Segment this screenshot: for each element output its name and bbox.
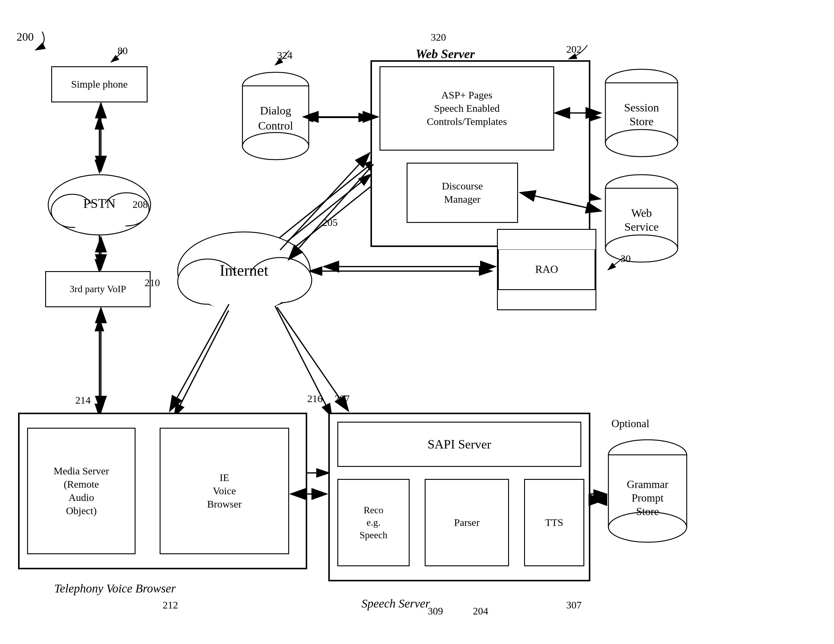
- svg-text:Control: Control: [258, 119, 293, 132]
- svg-text:Prompt: Prompt: [632, 492, 664, 504]
- simple-phone-box: Simple phone: [51, 66, 147, 102]
- ref-307: 307: [566, 599, 582, 611]
- parser-box: Parser: [425, 479, 509, 566]
- ref-212: 212: [163, 599, 178, 611]
- sapi-server-label: SAPI Server: [427, 436, 491, 453]
- svg-text:Grammar: Grammar: [627, 478, 668, 490]
- tts-label: TTS: [545, 516, 563, 529]
- web-service-cylinder: Web Service: [602, 172, 681, 265]
- optional-label: Optional: [611, 417, 650, 430]
- svg-text:Service: Service: [624, 220, 659, 233]
- internet-cloud: Internet: [169, 223, 319, 319]
- ie-voice-browser-box: IE Voice Browser: [160, 428, 289, 554]
- discourse-manager-box: Discourse Manager: [407, 163, 518, 223]
- ref-30-arrow: [605, 254, 627, 273]
- discourse-manager-label: Discourse Manager: [442, 180, 483, 206]
- ref-204: 204: [473, 605, 488, 617]
- svg-text:Internet: Internet: [220, 262, 268, 279]
- reco-box: Reco e.g. Speech: [337, 479, 410, 566]
- ref-208: 208: [133, 199, 148, 210]
- svg-line-58: [170, 304, 229, 410]
- simple-phone-label: Simple phone: [71, 78, 128, 91]
- svg-text:Store: Store: [629, 115, 654, 128]
- ie-voice-browser-label: IE Voice Browser: [207, 471, 242, 511]
- ref-320: 320: [431, 32, 446, 43]
- parser-label: Parser: [454, 516, 480, 529]
- diagram-container: 200 Simple phone 80 PSTN 208 3rd party V…: [0, 0, 834, 644]
- sapi-server-inner: SAPI Server: [337, 422, 581, 467]
- telephony-voice-browser-label: Telephony Voice Browser: [54, 581, 176, 595]
- browser-rao-outer: Browser RAO: [497, 229, 596, 310]
- tts-box: TTS: [524, 479, 584, 566]
- asp-pages-box: ASP+ Pages Speech Enabled Controls/Templ…: [380, 66, 554, 150]
- speech-server-label: Speech Server: [361, 596, 430, 610]
- grammar-prompt-store-cylinder: Grammar Prompt Store: [605, 437, 690, 551]
- ref-200-arrow: [18, 29, 54, 53]
- rao-label: RAO: [535, 262, 558, 277]
- ref-210: 210: [145, 277, 160, 288]
- web-server-label: Web Server: [415, 47, 475, 61]
- ref-202-arrow: [563, 42, 593, 63]
- media-server-label: Media Server (Remote Audio Object): [53, 464, 109, 518]
- ref-309: 309: [428, 605, 443, 617]
- ref-214: 214: [75, 395, 91, 406]
- rao-box: RAO: [498, 249, 595, 290]
- svg-text:Web: Web: [631, 207, 652, 219]
- ref-80-arrow: [105, 48, 129, 66]
- ref-324-arrow: [271, 48, 295, 69]
- svg-text:Session: Session: [624, 101, 659, 114]
- reco-label: Reco e.g. Speech: [360, 504, 387, 542]
- dialog-control-cylinder: Dialog Control: [241, 69, 310, 163]
- media-server-box: Media Server (Remote Audio Object): [27, 428, 136, 554]
- svg-text:PSTN: PSTN: [83, 196, 116, 211]
- third-party-voip-box: 3rd party VoIP: [45, 271, 150, 307]
- ref-205: 205: [322, 217, 338, 228]
- ref-216: 216: [307, 393, 323, 405]
- ref-207: 207: [334, 393, 350, 405]
- svg-text:Dialog: Dialog: [260, 104, 291, 117]
- svg-point-28: [242, 133, 309, 160]
- session-store-cylinder: Session Store: [602, 66, 681, 160]
- asp-pages-label: ASP+ Pages Speech Enabled Controls/Templ…: [427, 89, 507, 129]
- third-party-voip-label: 3rd party VoIP: [70, 283, 126, 296]
- svg-point-33: [605, 129, 678, 157]
- svg-text:Store: Store: [636, 505, 659, 518]
